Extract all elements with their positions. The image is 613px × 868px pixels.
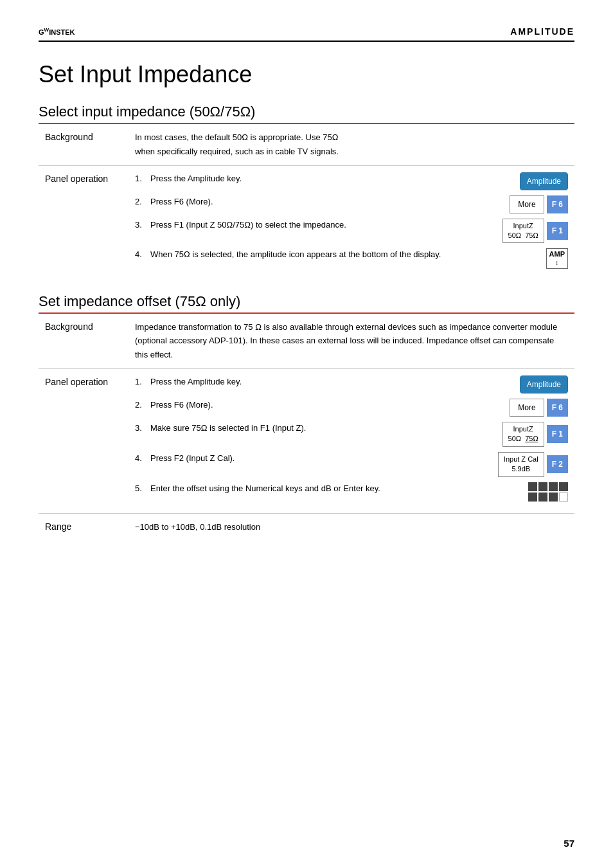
step-number-s2-4: 4. (135, 452, 150, 465)
f6-button-1[interactable]: F 6 (547, 195, 568, 213)
logo: GWINSTEK (39, 26, 75, 37)
table-set-offset: Background Impedance transformation to 7… (39, 314, 574, 541)
step-row-s2-3: 3. Make sure 75Ω is selected in F1 (Inpu… (135, 422, 568, 447)
step-text-2: Press F6 (More). (150, 195, 503, 208)
step-number-1: 1. (135, 172, 150, 185)
amp-icon-1: AMP ↕ (546, 248, 568, 268)
step-row-s2-1: 1. Press the Amplitude key. Amplitude (135, 375, 568, 393)
section-title-select-impedance: Select input impedance (50Ω/75Ω) (39, 104, 574, 124)
label-panel-operation-2: Panel operation (39, 368, 129, 513)
step-number-s2-2: 2. (135, 399, 150, 411)
page: GWINSTEK AMPLITUDE Set Input Impedance S… (0, 0, 613, 868)
table-row: Panel operation 1. Press the Amplitude k… (39, 165, 574, 280)
table-row: Background Impedance transformation to 7… (39, 314, 574, 369)
step-widget-amp-1: AMP ↕ (546, 248, 568, 268)
step-text-s2-2: Press F6 (More). (150, 399, 503, 411)
step-number-2: 2. (135, 195, 150, 208)
step-text-4: When 75Ω is selected, the amplitude icon… (150, 248, 540, 261)
f6-button-2[interactable]: F 6 (547, 399, 568, 417)
step-widget-inputzcal-f2: Input Z Cal 5.9dB F 2 (498, 452, 568, 477)
step-text-s2-5: Enter the offset using the Numerical key… (150, 482, 522, 495)
step-number-s2-5: 5. (135, 482, 150, 495)
f1-button-2[interactable]: F 1 (547, 425, 568, 443)
more-button-1[interactable]: More (510, 195, 544, 213)
step-widget-more-f6-2: More F 6 (510, 399, 568, 417)
step-text-s2-1: Press the Amplitude key. (150, 375, 513, 388)
step-number-3: 3. (135, 219, 150, 231)
amplitude-button-2[interactable]: Amplitude (520, 375, 568, 393)
inputz-button-2[interactable]: InputZ 50Ω 75Ω (502, 422, 544, 447)
step-row-3: 3. Press F1 (Input Z 50Ω/75Ω) to select … (135, 219, 568, 244)
steps-panel-operation-2: 1. Press the Amplitude key. Amplitude 2.… (129, 368, 574, 513)
amplitude-button-1[interactable]: Amplitude (520, 172, 568, 190)
range-value: −10dB to +10dB, 0.1dB resolution (135, 522, 260, 532)
label-panel-operation-1: Panel operation (39, 165, 129, 280)
amp-arrow: ↕ (549, 259, 565, 267)
step-row-s2-4: 4. Press F2 (Input Z Cal). Input Z Cal 5… (135, 452, 568, 477)
inputzcal-button[interactable]: Input Z Cal 5.9dB (498, 452, 544, 477)
label-background-1: Background (39, 124, 129, 165)
step-text-s2-4: Press F2 (Input Z Cal). (150, 452, 492, 465)
step-text-1: Press the Amplitude key. (150, 172, 513, 185)
step-widget-amplitude-2: Amplitude (520, 375, 568, 393)
step-number-s2-3: 3. (135, 422, 150, 435)
inputz-label-2: InputZ (508, 424, 538, 434)
label-range: Range (39, 513, 129, 540)
step-text-s2-3: Make sure 75Ω is selected in F1 (Input Z… (150, 422, 496, 435)
step-row-s2-2: 2. Press F6 (More). More F 6 (135, 399, 568, 417)
step-row-2: 2. Press F6 (More). More F 6 (135, 195, 568, 213)
step-widget-amplitude-1: Amplitude (520, 172, 568, 190)
f1-button-1[interactable]: F 1 (547, 222, 568, 240)
header-section-label: AMPLITUDE (510, 26, 574, 37)
inputz-values-2: 50Ω 75Ω (508, 434, 538, 444)
page-title: Set Input Impedance (39, 61, 574, 88)
background-text-1: In most cases, the default 50Ω is approp… (129, 124, 574, 165)
numpad-icon (528, 482, 568, 502)
step-widget-inputz-f1-2: InputZ 50Ω 75Ω F 1 (502, 422, 568, 447)
step-widget-more-f6-1: More F 6 (510, 195, 568, 213)
section-select-impedance: Select input impedance (50Ω/75Ω) Backgro… (39, 104, 574, 280)
header: GWINSTEK AMPLITUDE (39, 26, 574, 42)
amp-label: AMP (549, 250, 565, 258)
range-text: −10dB to +10dB, 0.1dB resolution (129, 513, 574, 540)
f2-button[interactable]: F 2 (547, 455, 568, 473)
step-number-s2-1: 1. (135, 375, 150, 388)
table-row: Panel operation 1. Press the Amplitude k… (39, 368, 574, 513)
label-background-2: Background (39, 314, 129, 369)
step-row-s2-5: 5. Enter the offset using the Numerical … (135, 482, 568, 502)
step-row-4: 4. When 75Ω is selected, the amplitude i… (135, 248, 568, 268)
table-row: Background In most cases, the default 50… (39, 124, 574, 165)
steps-panel-operation-1: 1. Press the Amplitude key. Amplitude 2.… (129, 165, 574, 280)
inputz-label-1: InputZ (508, 221, 538, 231)
inputzcal-label-2: 5.9dB (504, 464, 538, 474)
page-number: 57 (564, 838, 574, 849)
background-text-2: Impedance transformation to 75 Ω is also… (129, 314, 574, 369)
table-select-impedance: Background In most cases, the default 50… (39, 124, 574, 280)
table-row-range: Range −10dB to +10dB, 0.1dB resolution (39, 513, 574, 540)
inputz-values-1: 50Ω 75Ω (508, 231, 538, 240)
section-title-set-offset: Set impedance offset (75Ω only) (39, 293, 574, 314)
inputzcal-label-1: Input Z Cal (504, 455, 538, 464)
section-set-offset: Set impedance offset (75Ω only) Backgrou… (39, 293, 574, 541)
step-row-1: 1. Press the Amplitude key. Amplitude (135, 172, 568, 190)
step-number-4: 4. (135, 248, 150, 261)
step-text-3: Press F1 (Input Z 50Ω/75Ω) to select the… (150, 219, 496, 231)
inputz-button-1[interactable]: InputZ 50Ω 75Ω (502, 219, 544, 244)
step-widget-inputz-f1-1: InputZ 50Ω 75Ω F 1 (502, 219, 568, 244)
more-button-2[interactable]: More (510, 399, 544, 417)
step-widget-numpad (528, 482, 568, 502)
